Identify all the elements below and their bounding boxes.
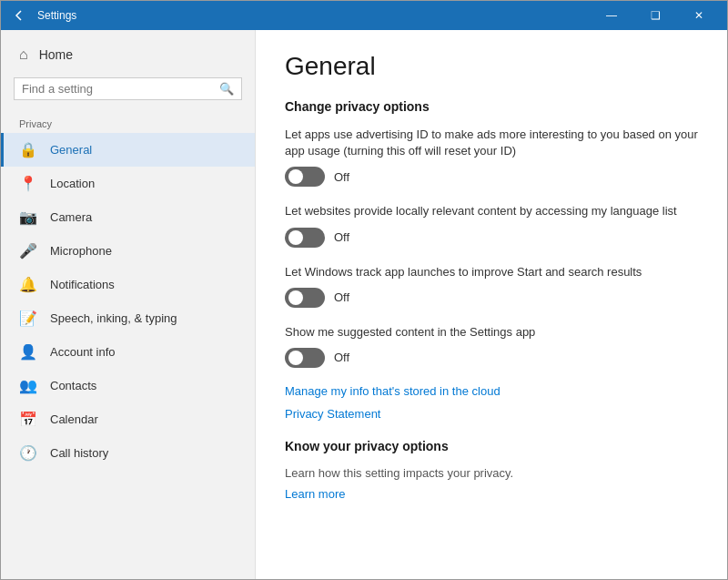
toggle-tracking[interactable] [285, 288, 325, 308]
sidebar-item-notifications[interactable]: 🔔 Notifications [1, 268, 255, 301]
speech-icon: 📝 [19, 310, 37, 327]
privacy-section-label: Privacy [1, 113, 255, 133]
speech-label: Speech, inking, & typing [50, 311, 177, 325]
toggle-language-row: Off [285, 228, 698, 248]
back-button[interactable] [8, 5, 30, 26]
close-button[interactable]: ✕ [678, 1, 720, 30]
setting-language: Let websites provide locally relevant co… [285, 203, 698, 247]
toggle-tracking-row: Off [285, 288, 698, 308]
sidebar-item-camera[interactable]: 📷 Camera [1, 200, 255, 234]
learn-more-link[interactable]: Learn more [285, 487, 698, 501]
section2-title: Know your privacy options [285, 439, 698, 453]
calendar-icon: 📅 [19, 411, 37, 428]
location-icon: 📍 [19, 175, 37, 192]
titlebar-title: Settings [37, 9, 591, 22]
sidebar-item-location[interactable]: 📍 Location [1, 167, 255, 200]
toggle-suggested[interactable] [285, 348, 325, 368]
contacts-icon: 👥 [19, 377, 37, 394]
toggle-language[interactable] [285, 228, 325, 248]
search-input[interactable] [22, 82, 214, 96]
sidebar-item-speech[interactable]: 📝 Speech, inking, & typing [1, 301, 255, 335]
callhistory-icon: 🕐 [19, 444, 37, 462]
manage-info-link[interactable]: Manage my info that's stored in the clou… [285, 384, 698, 398]
account-icon: 👤 [19, 343, 37, 361]
section1-title: Change privacy options [285, 99, 698, 114]
content-area: General Change privacy options Let apps … [256, 30, 727, 579]
search-icon: 🔍 [219, 82, 234, 96]
camera-label: Camera [50, 210, 92, 224]
sidebar-item-callhistory[interactable]: 🕐 Call history [1, 436, 255, 470]
privacy-statement-link[interactable]: Privacy Statement [285, 407, 698, 421]
account-label: Account info [50, 345, 116, 359]
general-icon: 🔒 [19, 141, 37, 158]
sidebar: ⌂ Home 🔍 Privacy 🔒 General 📍 Location 📷 [1, 30, 256, 579]
microphone-icon: 🎤 [19, 242, 37, 259]
sidebar-item-general[interactable]: 🔒 General [1, 133, 255, 167]
page-title: General [285, 52, 698, 81]
sidebar-item-calendar[interactable]: 📅 Calendar [1, 402, 255, 436]
camera-icon: 📷 [19, 209, 37, 226]
microphone-label: Microphone [50, 244, 112, 258]
toggle-suggested-label: Off [334, 351, 349, 364]
home-nav-item[interactable]: ⌂ Home [1, 39, 255, 70]
toggle-tracking-label: Off [334, 290, 349, 304]
notifications-icon: 🔔 [19, 276, 37, 293]
sidebar-item-account[interactable]: 👤 Account info [1, 335, 255, 369]
setting-suggested: Show me suggested content in the Setting… [285, 324, 698, 368]
location-label: Location [50, 177, 95, 190]
search-box: 🔍 [14, 77, 242, 100]
toggle-ads-label: Off [334, 170, 349, 184]
minimize-button[interactable]: — [591, 1, 632, 30]
maximize-button[interactable]: ❑ [634, 1, 676, 30]
setting-language-desc: Let websites provide locally relevant co… [285, 203, 698, 219]
sidebar-item-contacts[interactable]: 👥 Contacts [1, 369, 255, 402]
notifications-label: Notifications [50, 278, 115, 291]
window-controls: — ❑ ✕ [591, 1, 720, 30]
know-privacy-section: Know your privacy options Learn how this… [285, 439, 698, 501]
setting-tracking-desc: Let Windows track app launches to improv… [285, 264, 698, 280]
setting-ads: Let apps use advertising ID to make ads … [285, 127, 698, 187]
general-label: General [50, 143, 92, 157]
section2-desc: Learn how this setting impacts your priv… [285, 466, 698, 480]
sidebar-item-microphone[interactable]: 🎤 Microphone [1, 234, 255, 268]
toggle-language-label: Off [334, 230, 349, 244]
setting-suggested-desc: Show me suggested content in the Setting… [285, 324, 698, 341]
toggle-ads[interactable] [285, 167, 325, 187]
setting-tracking: Let Windows track app launches to improv… [285, 264, 698, 308]
home-icon: ⌂ [19, 46, 28, 63]
callhistory-label: Call history [50, 446, 108, 460]
calendar-label: Calendar [50, 412, 98, 426]
home-label: Home [39, 47, 73, 62]
toggle-suggested-row: Off [285, 348, 698, 368]
titlebar: Settings — ❑ ✕ [1, 1, 727, 30]
contacts-label: Contacts [50, 379, 96, 392]
settings-window: Settings — ❑ ✕ ⌂ Home 🔍 Privacy 🔒 Genera… [0, 0, 728, 580]
main-layout: ⌂ Home 🔍 Privacy 🔒 General 📍 Location 📷 [1, 30, 727, 579]
toggle-ads-row: Off [285, 167, 698, 187]
setting-ads-desc: Let apps use advertising ID to make ads … [285, 127, 698, 159]
